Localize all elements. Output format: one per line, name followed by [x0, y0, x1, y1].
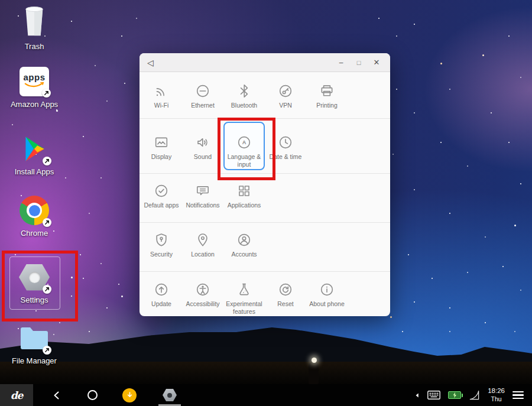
folder-icon [19, 323, 50, 353]
foreground-plain [0, 362, 532, 384]
tile-language-input[interactable]: A Language & input [223, 122, 265, 170]
tile-accessibility[interactable]: Accessibility [182, 272, 223, 308]
settings-row-personal: Security Location Accounts [140, 222, 390, 271]
account-person-icon [236, 232, 252, 248]
tile-printing[interactable]: Printing [306, 72, 348, 109]
flask-icon [236, 282, 252, 297]
battery-icon[interactable] [448, 391, 461, 399]
reset-icon [278, 282, 293, 297]
settings-row-network: Wi-Fi Ethernet Bluetooth VPN Printing [140, 72, 390, 118]
taskbar-settings-app[interactable] [158, 384, 181, 406]
window-close-button[interactable]: ✕ [368, 53, 385, 72]
wifi-icon [154, 83, 169, 99]
os-logo: de [11, 389, 23, 401]
check-circle-icon [154, 183, 169, 199]
desktop-icon-label: Chrome [21, 229, 48, 238]
tile-experimental-features[interactable]: Experimental features [223, 272, 265, 316]
desktop-icon-settings[interactable]: Settings [1, 262, 67, 304]
window-minimize-button[interactable]: – [332, 53, 350, 72]
amazon-apps-text: apps [23, 72, 45, 82]
tile-accounts[interactable]: Accounts [223, 223, 265, 258]
taskbar: de 18:26 Thu [0, 384, 532, 406]
vpn-icon [278, 83, 293, 99]
applications-grid-icon [236, 183, 252, 199]
tile-about-phone[interactable]: About phone [306, 272, 348, 308]
desktop-icon-amazon-apps[interactable]: apps Amazon Apps [1, 66, 67, 109]
info-icon [319, 282, 335, 297]
keyboard-icon[interactable] [427, 391, 440, 399]
desktop-screen: Trash apps Amazon Apps [0, 0, 532, 406]
headlamp-glow [312, 358, 317, 363]
desktop-icon-label: File Manager [12, 356, 57, 365]
sound-icon [195, 135, 210, 150]
clock-icon [278, 135, 293, 150]
desktop-icon-trash[interactable]: Trash [1, 5, 67, 51]
desktop-icon-label: Amazon Apps [11, 100, 58, 109]
settings-window: ◁ – □ ✕ Wi-Fi Ethernet Bluetooth VPN [140, 53, 390, 316]
desktop-icon-file-manager[interactable]: File Manager [1, 323, 67, 365]
app-launcher-button[interactable]: de [0, 384, 33, 406]
shortcut-badge-icon [43, 346, 51, 355]
tray-expand-icon[interactable] [414, 392, 420, 398]
signal-icon[interactable] [469, 389, 480, 401]
settings-row-apps: Default apps Notifications Applications [140, 173, 390, 222]
display-icon [154, 135, 169, 150]
tile-vpn[interactable]: VPN [265, 72, 306, 109]
accessibility-icon [195, 282, 210, 297]
shortcut-badge-icon [43, 218, 51, 227]
shortcut-badge-icon [43, 157, 51, 165]
amazon-smile-icon [24, 82, 45, 89]
bluetooth-icon [236, 83, 252, 99]
language-icon: A [236, 135, 252, 150]
desktop-icon-install-apps[interactable]: Install Apps [1, 134, 67, 176]
tile-default-apps[interactable]: Default apps [141, 174, 182, 209]
settings-task-icon [163, 389, 177, 401]
ethernet-icon [195, 83, 210, 99]
clock-time: 18:26 [488, 387, 505, 395]
tile-ethernet[interactable]: Ethernet [182, 72, 223, 109]
menu-hamburger-icon[interactable] [512, 391, 524, 399]
settings-row-system: Update Accessibility Experimental featur… [140, 271, 390, 316]
printer-icon [319, 83, 335, 99]
settings-row-device: Display Sound A Language & input Date & … [140, 118, 390, 173]
window-back-button[interactable]: ◁ [147, 59, 154, 67]
desktop-icon-label: Install Apps [15, 167, 54, 176]
chrome-icon [19, 195, 50, 226]
star-field-bright [0, 0, 2, 2]
nav-home-button[interactable] [87, 390, 98, 400]
notifications-icon [195, 183, 210, 199]
tile-display[interactable]: Display [141, 119, 182, 161]
settings-nut-icon [19, 262, 50, 293]
tile-reset[interactable]: Reset [265, 272, 306, 308]
tile-sound[interactable]: Sound [182, 119, 223, 161]
tile-applications[interactable]: Applications [223, 174, 265, 209]
tile-date-time[interactable]: Date & time [265, 119, 306, 161]
desktop-icon-chrome[interactable]: Chrome [1, 195, 67, 238]
play-store-icon [19, 134, 50, 164]
download-arrow-icon [126, 391, 134, 399]
tile-location[interactable]: Location [182, 223, 223, 258]
tile-update[interactable]: Update [141, 272, 182, 308]
tile-bluetooth[interactable]: Bluetooth [223, 72, 265, 109]
update-arrow-icon [154, 282, 169, 297]
clock-day: Thu [491, 395, 502, 403]
person-silhouette [309, 362, 319, 384]
downloader-app-button[interactable] [122, 388, 137, 402]
shortcut-badge-icon [43, 285, 51, 294]
tile-security[interactable]: Security [141, 223, 182, 258]
shortcut-badge-icon [42, 89, 51, 98]
window-titlebar: ◁ – □ ✕ [140, 53, 390, 72]
desktop-icon-label: Trash [25, 42, 44, 51]
tile-notifications[interactable]: Notifications [182, 174, 223, 209]
taskbar-clock[interactable]: 18:26 Thu [488, 387, 505, 402]
system-tray: 18:26 Thu [414, 384, 532, 406]
svg-text:A: A [242, 139, 246, 145]
location-pin-icon [195, 232, 210, 248]
amazon-apps-icon: apps [19, 66, 50, 97]
nav-back-button[interactable] [52, 391, 61, 400]
shield-icon [154, 232, 169, 248]
window-maximize-button[interactable]: □ [350, 53, 368, 72]
trash-icon [19, 5, 50, 39]
tile-wifi[interactable]: Wi-Fi [141, 72, 182, 109]
